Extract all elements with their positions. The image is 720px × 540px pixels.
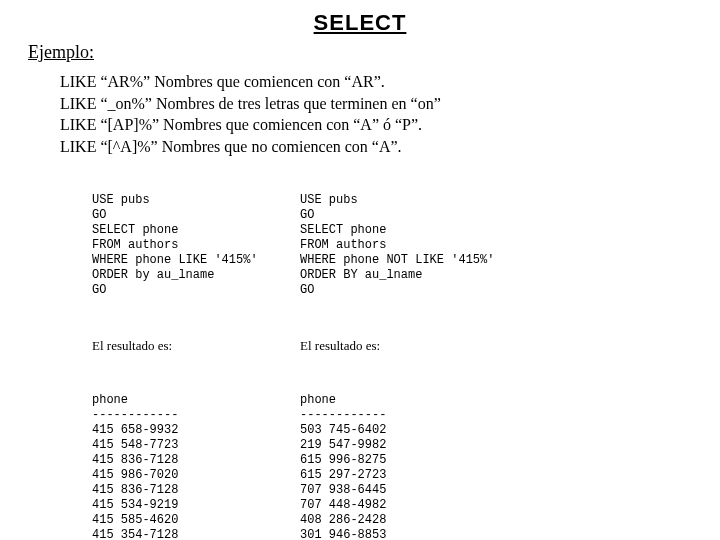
pattern-list: LIKE “AR%” Nombres que comiencen con “AR…	[60, 71, 692, 157]
result-label-right: El resultado es:	[300, 338, 500, 354]
pattern-line: LIKE “_on%” Nombres de tres letras que t…	[60, 93, 692, 115]
sql-code-left: USE pubs GO SELECT phone FROM authors WH…	[92, 193, 292, 298]
page-title: SELECT	[28, 10, 692, 36]
example-heading: Ejemplo:	[28, 42, 692, 63]
pattern-line: LIKE “[AP]%” Nombres que comiencen con “…	[60, 114, 692, 136]
pattern-line: LIKE “[^A]%” Nombres que no comiencen co…	[60, 136, 692, 158]
example-right: USE pubs GO SELECT phone FROM authors WH…	[300, 163, 500, 540]
result-label-left: El resultado es:	[92, 338, 292, 354]
sql-code-right: USE pubs GO SELECT phone FROM authors WH…	[300, 193, 500, 298]
example-left: USE pubs GO SELECT phone FROM authors WH…	[92, 163, 292, 540]
result-data-right: phone ------------ 503 745-6402 219 547-…	[300, 393, 500, 540]
examples-container: USE pubs GO SELECT phone FROM authors WH…	[92, 163, 692, 540]
pattern-line: LIKE “AR%” Nombres que comiencen con “AR…	[60, 71, 692, 93]
result-data-left: phone ------------ 415 658-9932 415 548-…	[92, 393, 292, 540]
